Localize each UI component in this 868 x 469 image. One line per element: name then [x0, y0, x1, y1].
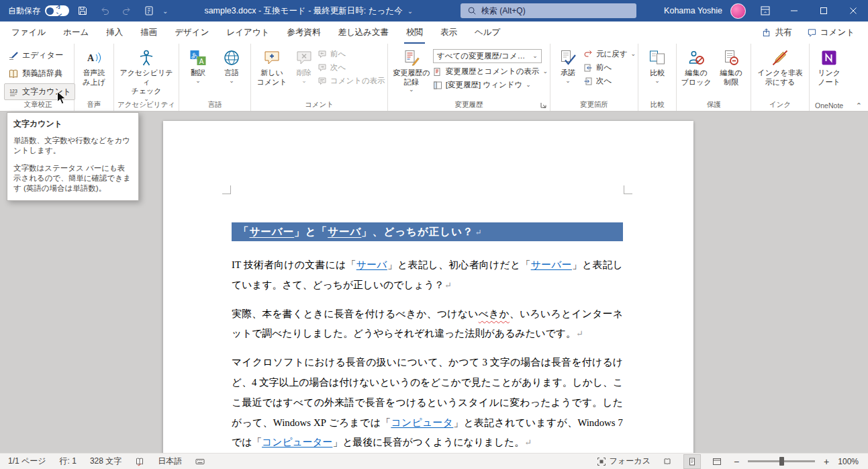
group-changes: 承諾 ⌄ 元に戻す ⌄ 前へ 次へ 変更箇所: [550, 44, 638, 111]
tracking-dialog-launcher[interactable]: [540, 101, 547, 109]
page[interactable]: 「サーバー」と「サーバ」、どっちが正しい？↵ IT 技術者向けの文書には「サーバ…: [163, 121, 693, 453]
tab-file[interactable]: ファイル: [3, 22, 54, 44]
tab-view[interactable]: 表示: [432, 22, 466, 44]
new-comment-button[interactable]: 新しい コメント: [253, 45, 291, 87]
chevron-down-icon: ⌄: [565, 78, 571, 84]
document-heading[interactable]: 「サーバー」と「サーバ」、どっちが正しい？↵: [232, 222, 623, 241]
undo-icon: [99, 5, 110, 16]
tab-help[interactable]: ヘルプ: [466, 22, 509, 44]
document-title-text: sample3.docx - 互換モード - 最終更新日時: たった今: [204, 5, 402, 17]
crop-mark-top-left: [222, 185, 231, 194]
show-comments-button[interactable]: コメントの表示: [318, 76, 385, 86]
previous-change-button[interactable]: 前へ: [583, 62, 636, 73]
translate-button[interactable]: あA 翻訳 ⌄: [181, 45, 215, 84]
reviewing-pane-button[interactable]: [変更履歴] ウィンドウ ⌄: [433, 80, 548, 90]
page-indicator[interactable]: 1/1 ページ: [8, 456, 46, 467]
zoom-level[interactable]: 100%: [838, 457, 859, 466]
language-label: 言語: [224, 69, 239, 78]
search-input[interactable]: 検索 (Alt+Q): [461, 3, 636, 18]
heading-run: 」と「: [294, 226, 328, 237]
block-authors-button[interactable]: 編集の ブロック: [679, 45, 714, 87]
language-button[interactable]: 言語 ⌄: [215, 45, 248, 84]
track-changes-button[interactable]: 変更履歴の 記録 ⌄: [390, 45, 433, 93]
tab-mailings[interactable]: 差し込み文書: [329, 22, 397, 44]
ribbon-display-options-button[interactable]: [757, 0, 774, 22]
crop-mark-top-right: [624, 185, 632, 194]
next-comment-button[interactable]: 次へ: [318, 62, 385, 73]
previous-comment-button[interactable]: 前へ: [318, 49, 385, 59]
document-title[interactable]: sample3.docx - 互換モード - 最終更新日時: たった今 ⌄: [204, 5, 413, 17]
comments-button[interactable]: コメント: [802, 25, 860, 40]
document-body[interactable]: IT 技術者向けの文書には「サーバ」と表記し、初心者向けだと「サーバー」と表記し…: [232, 255, 623, 453]
redo-button[interactable]: [118, 0, 136, 22]
minimize-icon: [790, 7, 798, 15]
group-label-accessibility: アクセシビリティ: [114, 100, 179, 110]
focus-mode-button[interactable]: フォーカス: [597, 456, 650, 467]
zoom-out-button[interactable]: −: [734, 457, 739, 466]
user-name[interactable]: Kohama Yoshie: [664, 6, 722, 15]
accessibility-check-label: アクセシビリティ チェック: [118, 69, 175, 96]
title-bar: 自動保存 オン ⌄ sample3.docx - 互換モード - 最終更新日時:…: [0, 0, 868, 22]
tab-review[interactable]: 校閲: [397, 22, 432, 44]
word-count-indicator[interactable]: 328 文字: [90, 456, 122, 467]
tab-insert[interactable]: 挿入: [97, 22, 132, 44]
hide-ink-button[interactable]: インクを非表 示にする: [753, 45, 807, 87]
zoom-in-button[interactable]: +: [824, 457, 829, 466]
read-mode-button[interactable]: [659, 455, 675, 468]
tab-layout[interactable]: レイアウト: [218, 22, 278, 44]
tab-home[interactable]: ホーム: [54, 22, 97, 44]
autosave-toggle[interactable]: オン: [45, 5, 69, 16]
minimize-button[interactable]: [779, 0, 809, 22]
accept-button[interactable]: 承諾 ⌄: [552, 45, 583, 84]
next-comment-label: 次へ: [330, 62, 346, 73]
zoom-slider[interactable]: [748, 460, 815, 462]
line-indicator[interactable]: 行: 1: [60, 456, 77, 467]
save-button[interactable]: [74, 0, 91, 22]
heading-run: 「: [238, 226, 250, 237]
thesaurus-button[interactable]: 類義語辞典: [4, 65, 75, 82]
proofing-status-button[interactable]: [135, 457, 144, 466]
qat-customize-chevron-icon[interactable]: ⌄: [162, 7, 168, 15]
read-aloud-label: 音声読 み上げ: [83, 69, 105, 87]
linked-notes-button[interactable]: リンク ノート: [812, 45, 847, 87]
tab-draw[interactable]: 描画: [132, 22, 166, 44]
delete-comment-button[interactable]: 削除 ⌄: [291, 45, 318, 84]
reject-button[interactable]: 元に戻す ⌄: [583, 49, 636, 59]
language-indicator[interactable]: 日本語: [158, 456, 182, 467]
undo-button[interactable]: [96, 0, 113, 22]
tab-design[interactable]: デザイン: [166, 22, 218, 44]
show-markup-icon: [433, 67, 442, 77]
new-comment-label: 新しい コメント: [256, 69, 287, 87]
accessibility-check-button[interactable]: アクセシビリティ チェック ⌄: [116, 45, 177, 102]
close-button[interactable]: [838, 0, 868, 22]
editor-button[interactable]: エディター: [4, 47, 75, 64]
reject-label: 元に戻す: [596, 49, 628, 59]
tab-references[interactable]: 参考資料: [278, 22, 329, 44]
share-button[interactable]: 共有: [757, 25, 798, 40]
hyperlink[interactable]: サーバ: [356, 259, 387, 270]
quick-access-button[interactable]: [140, 0, 158, 22]
show-markup-button[interactable]: 変更履歴とコメントの表示 ⌄: [433, 67, 548, 77]
focus-icon: [597, 457, 606, 466]
collapse-ribbon-button[interactable]: ⌃: [856, 101, 862, 110]
group-tracking: 変更履歴の 記録 ⌄ すべての変更履歴/コメ… ⌄ 変更履歴とコメントの表示 ⌄…: [388, 44, 550, 111]
avatar[interactable]: [730, 3, 746, 19]
display-for-review-select[interactable]: すべての変更履歴/コメ… ⌄: [433, 49, 542, 63]
hyperlink[interactable]: サーバー: [531, 259, 572, 270]
maximize-button[interactable]: [809, 0, 838, 22]
restrict-editing-button[interactable]: 編集の 制限: [714, 45, 749, 87]
print-layout-button[interactable]: [684, 455, 700, 468]
zoom-slider-thumb[interactable]: [779, 457, 784, 466]
group-label-compare: 比較: [638, 100, 676, 110]
hyperlink[interactable]: コンピュータ: [391, 417, 453, 428]
compare-button[interactable]: 比較 ⌄: [640, 45, 674, 84]
comments-label: コメント: [820, 27, 855, 38]
chevron-down-icon: ⌄: [229, 78, 234, 84]
web-layout-button[interactable]: [709, 455, 725, 468]
input-mode-button[interactable]: [195, 457, 205, 466]
hyperlink[interactable]: コンピューター: [262, 437, 332, 447]
read-aloud-button[interactable]: A 音声読 み上げ: [77, 45, 111, 87]
group-label-ink: インク: [751, 100, 809, 110]
block-authors-label: 編集の ブロック: [681, 69, 712, 87]
next-change-button[interactable]: 次へ: [583, 76, 636, 86]
